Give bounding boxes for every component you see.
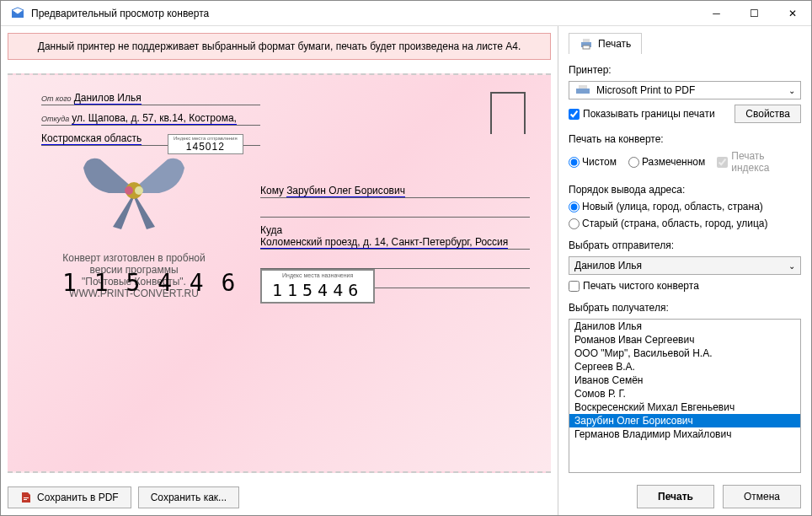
from-addr-label: Откуда bbox=[41, 115, 69, 123]
maximize-button[interactable]: ☐ bbox=[735, 1, 773, 26]
warning-banner: Данный принтер не поддерживает выбранный… bbox=[8, 33, 551, 60]
radio-order-old[interactable]: Старый (страна, область, город, улица) bbox=[569, 218, 801, 229]
list-item[interactable]: Воскресенский Михал Евгеньевич bbox=[569, 400, 800, 414]
to-name: Зарубин Олег Борисович bbox=[286, 185, 405, 197]
close-button[interactable]: ✕ bbox=[773, 1, 811, 26]
from-index-box: Индекс места отправления 145012 bbox=[168, 134, 243, 154]
chevron-down-icon: ⌄ bbox=[788, 86, 795, 95]
list-item[interactable]: Иванов Семён bbox=[569, 374, 800, 387]
save-as-button[interactable]: Сохранить как... bbox=[138, 486, 239, 508]
radio-order-new[interactable]: Новый (улица, город, область, страна) bbox=[569, 201, 801, 212]
list-item[interactable]: Сергеев В.А. bbox=[569, 360, 800, 374]
minimize-button[interactable]: ─ bbox=[697, 1, 735, 26]
addr-order-label: Порядок вывода адреса: bbox=[569, 184, 801, 196]
list-item[interactable]: Романов Иван Сергеевич bbox=[569, 333, 800, 347]
svg-rect-4 bbox=[583, 39, 590, 42]
list-item[interactable]: Данилов Илья bbox=[569, 320, 800, 333]
sender-select[interactable]: Данилов Илья ⌄ bbox=[569, 256, 801, 275]
printer-label: Принтер: bbox=[569, 64, 801, 76]
svg-point-1 bbox=[125, 186, 133, 195]
bow-image bbox=[75, 155, 193, 231]
print-tab[interactable]: Печать bbox=[569, 33, 642, 54]
printer-select[interactable]: Microsoft Print to PDF ⌄ bbox=[569, 81, 801, 99]
svg-point-2 bbox=[135, 186, 143, 195]
stamp-frame bbox=[490, 92, 526, 134]
to-addr-label: Куда bbox=[260, 224, 282, 236]
print-button[interactable]: Печать bbox=[637, 485, 714, 508]
from-label: От кого bbox=[41, 94, 72, 103]
list-item[interactable]: ООО "Мир", Васильевой Н.А. bbox=[569, 347, 800, 360]
svg-rect-5 bbox=[583, 46, 590, 49]
select-sender-label: Выбрать отправителя: bbox=[569, 239, 801, 251]
pdf-icon bbox=[20, 492, 32, 503]
list-item[interactable]: Германов Владимир Михайлович bbox=[569, 427, 800, 441]
to-label: Кому bbox=[260, 185, 284, 196]
envelope-preview: От кого Данилов Илья Откуда ул. Щапова, … bbox=[8, 73, 551, 473]
to-addr: Коломенский проезд, д. 14, Санкт-Петербу… bbox=[260, 236, 508, 249]
window-title: Предварительный просмотр конверта bbox=[31, 8, 697, 19]
radio-clean[interactable]: Чистом bbox=[569, 150, 617, 174]
postal-index-big: 1 1 5 4 4 6 bbox=[62, 269, 237, 297]
svg-rect-6 bbox=[576, 89, 590, 94]
print-on-label: Печать на конверте: bbox=[569, 133, 801, 145]
recipient-listbox[interactable]: Данилов ИльяРоманов Иван СергеевичООО "М… bbox=[569, 319, 801, 473]
printer-icon bbox=[574, 83, 591, 97]
radio-marked[interactable]: Размеченном bbox=[628, 150, 705, 174]
app-icon bbox=[11, 7, 24, 20]
svg-rect-7 bbox=[579, 85, 587, 89]
print-clean-env-checkbox[interactable]: Печать чистого конверта bbox=[569, 280, 801, 292]
cancel-button[interactable]: Отмена bbox=[723, 485, 801, 508]
to-index-box: Индекс места назначения 115446 bbox=[260, 269, 375, 304]
properties-button[interactable]: Свойства bbox=[735, 105, 801, 123]
show-borders-checkbox[interactable]: Показывать границы печати bbox=[569, 108, 715, 120]
list-item[interactable]: Зарубин Олег Борисович bbox=[569, 414, 800, 427]
titlebar: Предварительный просмотр конверта ─ ☐ ✕ bbox=[1, 1, 811, 26]
from-name: Данилов Илья bbox=[74, 92, 142, 105]
list-item[interactable]: Сомов Р. Г. bbox=[569, 387, 800, 400]
from-addr2: Костромская область bbox=[41, 132, 142, 145]
select-recipient-label: Выбрать получателя: bbox=[569, 302, 801, 314]
from-addr: ул. Щапова, д. 57, кв.14, Кострома, bbox=[72, 112, 237, 125]
print-index-checkbox: Печать индекса bbox=[717, 150, 801, 174]
save-pdf-button[interactable]: Сохранить в PDF bbox=[8, 486, 131, 508]
chevron-down-icon: ⌄ bbox=[788, 261, 795, 271]
printer-icon bbox=[580, 37, 593, 51]
